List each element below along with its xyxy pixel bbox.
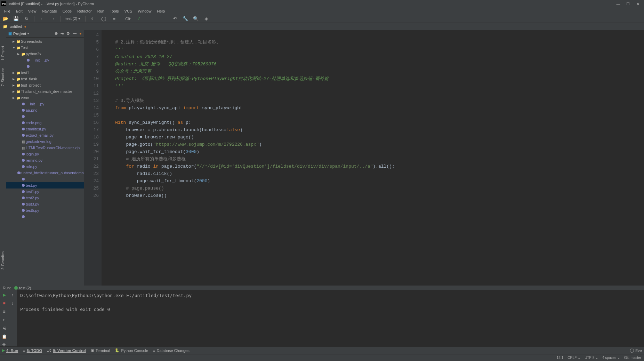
tree-arrow-icon[interactable]: ▶ [17,53,21,56]
code-editor[interactable]: 4567891011121314151617181920212223242526… [84,30,644,286]
menu-file[interactable]: File [1,8,13,14]
menu-view[interactable]: View [25,8,39,14]
tree-item[interactable]: ▤geckodriver.log [6,138,84,145]
indent[interactable]: 4 spaces ⌄ [602,356,620,360]
file-encoding[interactable]: UTF-8 ⌄ [585,356,598,360]
collapse-icon[interactable]: ⇥ [61,31,64,36]
breakpoint-icon[interactable]: ◈ [203,16,209,22]
tree-item[interactable]: __init__.py [6,101,84,107]
caret-position[interactable]: 12:1 [557,356,563,360]
python-icon[interactable]: ● [79,31,82,36]
forward-icon[interactable]: → [50,16,55,22]
tool-run[interactable]: ▶4: Run [2,348,18,353]
search-icon[interactable]: 🔍 [193,16,199,22]
tree-item[interactable]: test1.py [6,188,84,195]
tree-arrow-icon[interactable]: ▶ [13,71,16,74]
stripe-structure[interactable]: 7: Structure [1,66,5,88]
sync-icon[interactable]: ↻ [24,16,29,22]
circle-icon[interactable]: ◯ [101,16,106,22]
tree-item[interactable]: runtest_htmltestrunner_autosendemail.p [6,170,84,176]
line-separator[interactable]: CRLF ⌄ [567,356,580,360]
down-icon[interactable]: ↓ [10,300,15,306]
chevron-down-icon[interactable]: ▾ [27,32,29,35]
tree-item[interactable]: ▶📁venv [6,95,84,101]
tree-item[interactable]: test2.py [6,195,84,201]
menu-navigate[interactable]: Navigate [39,8,59,14]
tool-vcs[interactable]: ⎇ 9: Version Control [47,348,86,353]
open-icon[interactable]: 📂 [3,16,8,22]
code-area[interactable]: # 2.注释：包括记录创建时间，创建人，项目名称。 ''' Created on… [102,30,644,286]
run-tab[interactable]: test (2) [14,286,31,290]
tree-item[interactable]: ▶📁test_flask [6,76,84,82]
stop-icon[interactable]: ■ [1,300,7,306]
menu-refactor[interactable]: Refactor [74,8,95,14]
rerun-icon[interactable]: ▶ [1,292,7,298]
tree-item[interactable]: test5.py [6,207,84,214]
run-output[interactable]: D:\software\Python\Python37\python.exe E… [17,290,644,348]
stripe-favorites[interactable]: 2: Favorites [1,249,5,272]
project-title[interactable]: Project [13,32,26,36]
tree-item[interactable] [6,214,84,220]
undo-icon[interactable]: ↶ [172,16,178,22]
layout-icon[interactable]: ≡ [1,309,7,314]
tree-item[interactable]: remind.py [6,157,84,163]
git-branch[interactable]: Git: master [624,356,641,360]
print-icon[interactable]: 🖨 [1,326,7,331]
breadcrumb-folder[interactable]: untitled [10,24,22,29]
tree-item[interactable]: ▶📁Thailand_xsteach_dev-master [6,88,84,95]
menu-tools[interactable]: Tools [107,8,122,14]
tree-item[interactable]: __init__.py [6,57,84,63]
stripe-project[interactable]: 1: Project [1,44,5,63]
menu-help[interactable]: Help [154,8,168,14]
back-icon[interactable]: ← [39,16,45,22]
list-icon[interactable]: ≡ [111,16,117,22]
tree-item[interactable]: ▤HTMLTestRunnerCN-master.zip [6,145,84,151]
tree-item[interactable]: ▼📁Test [6,45,84,51]
tree-arrow-icon[interactable]: ▶ [13,40,16,43]
tree-item[interactable]: code.png [6,120,84,126]
tree-item[interactable]: ▶📁python2x [6,51,84,57]
gear-icon[interactable]: ⚙ [66,31,70,36]
target-icon[interactable]: ⊕ [55,31,58,36]
menu-window[interactable]: Window [135,8,154,14]
hide-icon[interactable]: — [73,31,77,36]
git-commit-icon[interactable]: ✓ [136,16,142,22]
soft-wrap-icon[interactable]: ↵ [1,317,7,323]
tree-arrow-icon[interactable]: ▼ [13,46,16,49]
tree-item[interactable] [6,63,84,70]
run-config-selector[interactable]: test (2) ▾ [65,16,80,21]
menu-code[interactable]: Code [60,8,74,14]
tree-item[interactable]: emailtest.py [6,126,84,132]
tool-terminal[interactable]: ▣ Terminal [91,348,110,353]
tree-item[interactable]: extract_email.py [6,132,84,138]
close-button[interactable]: ✕ [633,0,643,8]
menu-vcs[interactable]: VCS [122,8,135,14]
tool-database[interactable]: ≡ Database Changes [153,348,190,353]
up-icon[interactable]: ↑ [10,292,15,298]
tree-item[interactable]: ▶📁Screenshots [6,38,84,45]
tree-arrow-icon[interactable]: ▶ [13,96,16,99]
export-icon[interactable]: 📋 [1,334,7,339]
tree-item[interactable]: test3.py [6,201,84,207]
tree-item[interactable]: login.py [6,151,84,157]
tree-item[interactable]: role.py [6,163,84,170]
tree-item[interactable] [6,176,84,182]
minimize-button[interactable]: — [613,0,623,8]
tree-item[interactable]: aa.png [6,107,84,113]
save-icon[interactable]: 💾 [13,16,19,22]
tree-item[interactable] [6,113,84,120]
tree-arrow-icon[interactable]: ▶ [13,78,16,81]
project-tree[interactable]: ▶📁Screenshots▼📁Test▶📁python2x__init__.py… [6,38,84,286]
menu-run[interactable]: Run [95,8,107,14]
tool-python-console[interactable]: 🐍 Python Console [115,348,148,353]
tool-todo[interactable]: ≡ 6: TODO [23,348,42,353]
tree-item[interactable]: ▶📁test_project [6,82,84,88]
tree-arrow-icon[interactable]: ▶ [13,84,16,87]
moon-icon[interactable]: ☾ [90,16,96,22]
tree-item[interactable]: test.py [6,182,84,188]
event-log[interactable]: ◯ Eve [630,348,642,353]
tree-arrow-icon[interactable]: ▶ [13,90,16,93]
menu-edit[interactable]: Edit [13,8,25,14]
wrench-icon[interactable]: 🔧 [183,16,188,22]
tree-item[interactable]: ▶📁test1 [6,70,84,76]
